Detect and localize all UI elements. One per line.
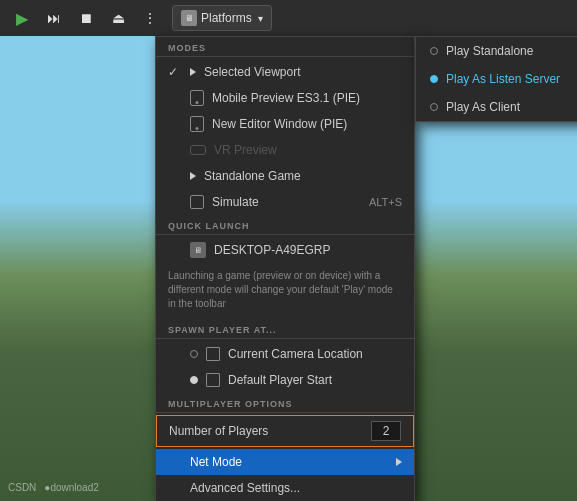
watermark-text1: CSDN bbox=[8, 482, 36, 493]
window-icon bbox=[190, 116, 204, 132]
simulate-item[interactable]: Simulate ALT+S bbox=[156, 189, 414, 215]
simulate-shortcut: ALT+S bbox=[369, 196, 402, 208]
net-mode-item[interactable]: Net Mode bbox=[156, 449, 414, 475]
net-mode-submenu: Play Standalone Play As Listen Server Pl… bbox=[415, 36, 577, 122]
desktop-icon: 🖥 bbox=[190, 242, 206, 258]
quick-launch-header: QUICK LAUNCH bbox=[156, 215, 414, 234]
default-player-label: Default Player Start bbox=[228, 373, 402, 387]
more-options-button[interactable]: ⋮ bbox=[136, 5, 164, 31]
platforms-button[interactable]: 🖥 Platforms ▾ bbox=[172, 5, 272, 31]
number-of-players-input[interactable] bbox=[371, 421, 401, 441]
advanced-settings-label: Advanced Settings... bbox=[190, 481, 402, 495]
player-icon bbox=[206, 373, 220, 387]
new-editor-label: New Editor Window (PIE) bbox=[212, 117, 402, 131]
net-mode-arrow-icon bbox=[396, 458, 402, 466]
camera-icon bbox=[206, 347, 220, 361]
eject-icon: ⏏ bbox=[112, 10, 125, 26]
skip-forward-button[interactable]: ⏭ bbox=[40, 5, 68, 31]
radio-camera-icon bbox=[190, 350, 198, 358]
play-listen-server-item[interactable]: Play As Listen Server bbox=[416, 65, 577, 93]
radio-player-icon bbox=[190, 376, 198, 384]
vr-preview-label: VR Preview bbox=[214, 143, 402, 157]
play-button[interactable]: ▶ bbox=[8, 5, 36, 31]
toolbar: ▶ ⏭ ⏹ ⏏ ⋮ 🖥 Platforms ▾ bbox=[0, 0, 577, 36]
platforms-icon: 🖥 bbox=[181, 10, 197, 26]
checkmark-icon: ✓ bbox=[168, 65, 182, 79]
number-of-players-row: Number of Players bbox=[156, 415, 414, 447]
spawn-separator bbox=[156, 338, 414, 339]
play-listen-label: Play As Listen Server bbox=[446, 72, 560, 86]
play-triangle-icon bbox=[190, 68, 196, 76]
selected-viewport-item[interactable]: ✓ Selected Viewport bbox=[156, 59, 414, 85]
play-as-client-label: Play As Client bbox=[446, 100, 520, 114]
simulate-icon bbox=[190, 195, 204, 209]
play-as-client-item[interactable]: Play As Client bbox=[416, 93, 577, 121]
advanced-settings-item[interactable]: Advanced Settings... bbox=[156, 475, 414, 501]
radio-listen-icon bbox=[430, 75, 438, 83]
more-icon: ⋮ bbox=[143, 10, 157, 26]
dropdown-menu: MODES ✓ Selected Viewport Mobile Preview… bbox=[155, 36, 415, 501]
radio-standalone-icon bbox=[430, 47, 438, 55]
dropdown-chevron-icon: ▾ bbox=[258, 13, 263, 24]
current-camera-label: Current Camera Location bbox=[228, 347, 402, 361]
play-standalone-label: Play Standalone bbox=[446, 44, 533, 58]
mobile-icon bbox=[190, 90, 204, 106]
stop-button[interactable]: ⏹ bbox=[72, 5, 100, 31]
play-icon: ▶ bbox=[16, 9, 28, 28]
current-camera-item[interactable]: Current Camera Location bbox=[156, 341, 414, 367]
simulate-label: Simulate bbox=[212, 195, 361, 209]
desktop-item[interactable]: 🖥 DESKTOP-A49EGRP bbox=[156, 237, 414, 263]
desktop-label: DESKTOP-A49EGRP bbox=[214, 243, 402, 257]
modes-header: MODES bbox=[156, 37, 414, 56]
multiplayer-header: MULTIPLAYER OPTIONS bbox=[156, 393, 414, 412]
watermark: CSDN ●download2 bbox=[0, 482, 107, 493]
spawn-header: SPAWN PLAYER AT... bbox=[156, 319, 414, 338]
selected-viewport-label: Selected Viewport bbox=[204, 65, 402, 79]
new-editor-window-item[interactable]: New Editor Window (PIE) bbox=[156, 111, 414, 137]
mobile-preview-label: Mobile Preview ES3.1 (PIE) bbox=[212, 91, 402, 105]
skip-forward-icon: ⏭ bbox=[47, 10, 61, 26]
eject-button[interactable]: ⏏ bbox=[104, 5, 132, 31]
standalone-game-item[interactable]: Standalone Game bbox=[156, 163, 414, 189]
play-triangle2-icon bbox=[190, 172, 196, 180]
default-player-item[interactable]: Default Player Start bbox=[156, 367, 414, 393]
quick-launch-separator bbox=[156, 234, 414, 235]
number-of-players-label: Number of Players bbox=[169, 424, 359, 438]
platforms-label: Platforms bbox=[201, 11, 252, 25]
stop-icon: ⏹ bbox=[79, 10, 93, 26]
vr-icon bbox=[190, 145, 206, 155]
multiplayer-separator bbox=[156, 412, 414, 413]
mobile-preview-item[interactable]: Mobile Preview ES3.1 (PIE) bbox=[156, 85, 414, 111]
radio-client-icon bbox=[430, 103, 438, 111]
play-standalone-item[interactable]: Play Standalone bbox=[416, 37, 577, 65]
net-mode-label: Net Mode bbox=[190, 455, 388, 469]
vr-preview-item[interactable]: VR Preview bbox=[156, 137, 414, 163]
standalone-game-label: Standalone Game bbox=[204, 169, 402, 183]
watermark-text2: ●download2 bbox=[44, 482, 98, 493]
modes-separator bbox=[156, 56, 414, 57]
info-text: Launching a game (preview or on device) … bbox=[156, 263, 414, 319]
